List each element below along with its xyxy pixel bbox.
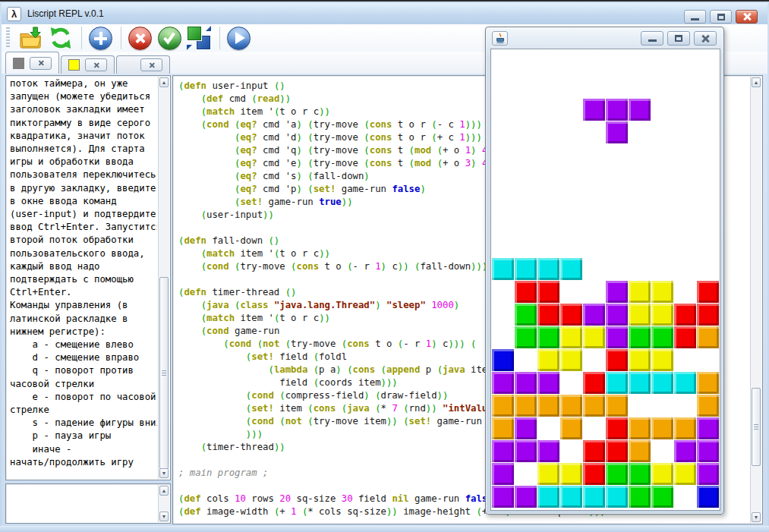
tetris-block xyxy=(583,440,605,462)
tetris-block xyxy=(583,99,605,121)
tetris-block xyxy=(515,486,537,508)
titlebar[interactable]: λ Liscript REPL v.0.1 xyxy=(2,3,767,24)
tetris-block xyxy=(606,440,628,462)
tetris-block xyxy=(606,486,628,508)
tetris-block xyxy=(651,372,673,394)
tab-2[interactable] xyxy=(61,55,115,74)
tetris-block xyxy=(606,99,628,121)
play-icon xyxy=(227,27,251,50)
tetris-block xyxy=(629,486,651,508)
scroll-up-button[interactable]: ▲ xyxy=(159,77,169,87)
tetris-block xyxy=(515,417,537,439)
java-cup-icon xyxy=(492,31,508,46)
tetris-window[interactable] xyxy=(485,27,724,515)
tetris-block xyxy=(606,463,628,485)
close-icon xyxy=(148,61,154,68)
swap-button[interactable] xyxy=(185,25,213,51)
close-icon xyxy=(701,34,710,43)
check-icon xyxy=(158,27,181,50)
tetris-block xyxy=(697,486,719,508)
tab-close-button[interactable] xyxy=(30,57,52,70)
plus-icon xyxy=(89,27,112,50)
tetris-block xyxy=(583,395,605,417)
tab-3[interactable] xyxy=(116,55,170,74)
command-input-area[interactable]: ▲ ▼ xyxy=(5,483,171,524)
tetris-block xyxy=(560,417,582,439)
tetris-block xyxy=(697,417,719,439)
maximize-button[interactable] xyxy=(667,31,690,46)
tetris-block xyxy=(651,304,673,326)
swap-squares-icon xyxy=(187,26,211,50)
tetris-block xyxy=(629,349,651,371)
tetris-block xyxy=(583,326,605,348)
window-controls xyxy=(684,10,758,24)
run-button[interactable] xyxy=(225,25,252,51)
tetris-block xyxy=(697,395,719,417)
tetris-block xyxy=(629,326,651,348)
toolbar-separator xyxy=(121,27,121,49)
scroll-up-button[interactable]: ▲ xyxy=(752,77,761,87)
close-icon xyxy=(742,12,752,21)
maximize-button[interactable] xyxy=(710,10,732,24)
tetris-block xyxy=(537,281,559,303)
tetris-block xyxy=(537,395,559,417)
tetris-block xyxy=(629,304,651,326)
tetris-block xyxy=(583,463,605,485)
tetris-block xyxy=(492,258,514,280)
tetris-block xyxy=(537,304,559,326)
stop-button[interactable] xyxy=(126,25,153,51)
liscript-repl-window: λ Liscript REPL v.0.1 xyxy=(0,0,769,532)
tab-1[interactable] xyxy=(5,52,59,74)
scroll-up-button[interactable]: ▲ xyxy=(159,486,169,496)
scrollbar-thumb[interactable] xyxy=(752,388,761,466)
tetris-block xyxy=(674,417,696,439)
tetris-block xyxy=(674,326,696,348)
tetris-block xyxy=(651,417,673,439)
window-title: Liscript REPL v.0.1 xyxy=(27,8,104,19)
cancel-icon xyxy=(128,27,152,50)
tetris-block xyxy=(537,349,559,371)
tetris-block xyxy=(492,463,514,485)
tab-close-button[interactable] xyxy=(140,58,162,71)
refresh-button[interactable] xyxy=(47,25,74,51)
tetris-block xyxy=(492,486,514,508)
minimize-button[interactable] xyxy=(641,31,663,46)
tetris-block xyxy=(560,349,582,371)
close-button[interactable] xyxy=(736,10,758,24)
new-tab-button[interactable] xyxy=(87,25,114,51)
tetris-block xyxy=(629,372,651,394)
tetris-block xyxy=(515,395,537,417)
minimize-button[interactable] xyxy=(684,10,706,24)
tab-close-button[interactable] xyxy=(85,58,107,71)
input-scrollbar[interactable]: ▲ ▼ xyxy=(158,485,169,522)
close-button[interactable] xyxy=(694,31,717,46)
tetris-block xyxy=(697,326,719,348)
accept-button[interactable] xyxy=(156,25,183,51)
tab-status-square xyxy=(13,58,24,69)
scroll-down-button[interactable]: ▼ xyxy=(752,512,761,522)
scroll-down-button[interactable]: ▼ xyxy=(159,512,169,521)
folder-import-icon xyxy=(19,27,43,49)
tetris-block xyxy=(629,281,651,303)
minimize-icon xyxy=(691,18,699,20)
scrollbar-thumb[interactable] xyxy=(159,277,169,469)
tetris-block xyxy=(515,304,537,326)
help-scrollbar[interactable]: ▲ ▼ xyxy=(158,77,169,479)
help-text-area[interactable]: поток таймера, он ужезапущен (можете убе… xyxy=(5,75,171,480)
tetris-block xyxy=(674,372,696,394)
close-icon xyxy=(37,60,43,66)
tetris-block xyxy=(560,463,582,485)
tetris-block xyxy=(606,121,628,143)
tetris-block xyxy=(674,440,696,462)
tetris-block xyxy=(492,395,514,417)
toolbar-grip[interactable] xyxy=(6,27,10,49)
tetris-block xyxy=(651,281,673,303)
minimize-icon xyxy=(648,39,657,42)
toolbar-separator xyxy=(81,27,82,49)
open-file-button[interactable] xyxy=(17,25,45,51)
tetris-block xyxy=(606,326,628,348)
scroll-down-button[interactable]: ▼ xyxy=(159,468,169,478)
tetris-block xyxy=(697,440,719,462)
tetris-titlebar[interactable] xyxy=(486,27,723,49)
editor-scrollbar[interactable]: ▲ ▼ xyxy=(750,77,761,523)
